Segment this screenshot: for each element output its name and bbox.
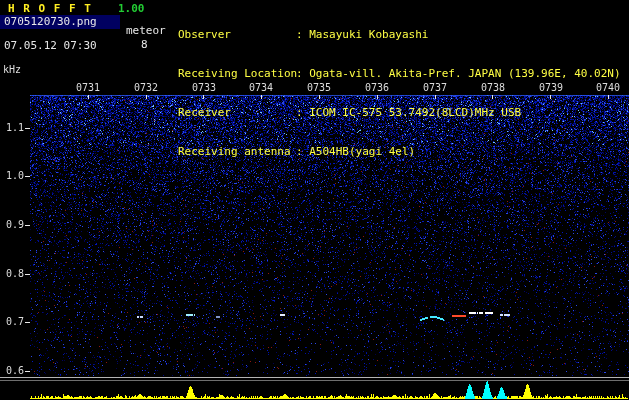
info-value: : Masayuki Kobayashi [296, 28, 428, 41]
filename-label: 0705120730.png [0, 15, 120, 29]
freq-tick-label: 0.7 [2, 316, 24, 328]
time-tick-label: 0736 [363, 82, 391, 94]
freq-tick-label: 0.9 [2, 219, 24, 231]
time-tick-label: 0731 [74, 82, 102, 94]
time-tick-label: 0737 [421, 82, 449, 94]
datetime-label: 07.05.12 07:30 [4, 40, 97, 52]
info-label: Receiver [178, 106, 296, 119]
info-row-location: Receiving Location: Ogata-vill. Akita-Pr… [178, 67, 621, 80]
time-tick-label: 0735 [305, 82, 333, 94]
time-tick-label: 0733 [190, 82, 218, 94]
mode-label: meteor [126, 25, 166, 37]
time-tick-label: 0734 [247, 82, 275, 94]
info-value: : A504HB(yagi 4el) [296, 145, 415, 158]
info-value: : Ogata-vill. Akita-Pref. JAPAN (139.96E… [296, 67, 621, 80]
hrofft-window: H R O F F T 1.00 0705120730.png meteor 0… [0, 0, 629, 400]
time-tick-label: 0738 [479, 82, 507, 94]
info-label: Receiving Location [178, 67, 296, 80]
info-row-receiver: Receiver: ICOM IC-575 53.7492(8LCD)MHz U… [178, 106, 621, 119]
time-tick-label: 0739 [537, 82, 565, 94]
info-row-antenna: Receiving antenna: A504HB(yagi 4el) [178, 145, 621, 158]
info-label: Observer [178, 28, 296, 41]
freq-axis-unit: kHz [3, 64, 21, 76]
freq-tick-label: 1.1 [2, 122, 24, 134]
freq-tick-label: 0.6 [2, 365, 24, 377]
app-title: H R O F F T [8, 3, 92, 15]
info-label: Receiving antenna [178, 145, 296, 158]
time-tick-label: 0732 [132, 82, 160, 94]
freq-tick-label: 1.0 [2, 170, 24, 182]
time-tick-label: 0740 [594, 82, 622, 94]
info-row-observer: Observer: Masayuki Kobayashi [178, 28, 621, 41]
info-value: : ICOM IC-575 53.7492(8LCD)MHz USB [296, 106, 521, 119]
meteor-count: 8 [141, 39, 148, 51]
freq-tick-label: 0.8 [2, 268, 24, 280]
app-version: 1.00 [118, 3, 145, 15]
